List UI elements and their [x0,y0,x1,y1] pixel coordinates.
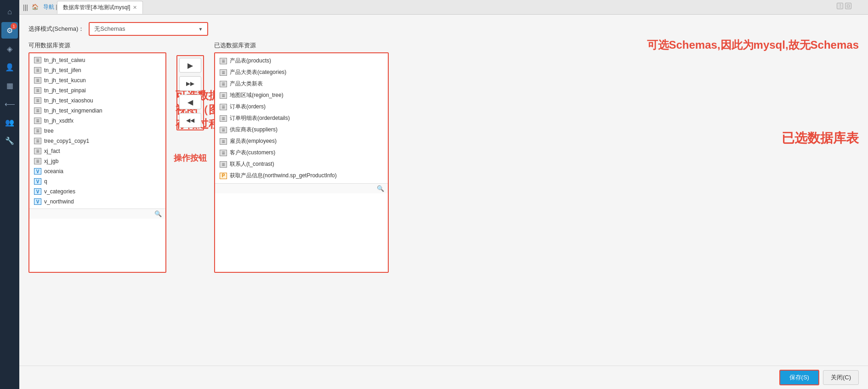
remove-one-button[interactable]: ◀ [179,95,201,109]
available-list-item[interactable]: ≡xj_fact [29,146,165,156]
list-item-label: tn_jh_test_jifen [44,67,81,73]
selected-list-item[interactable]: ≡地图区域(region_tree) [215,90,388,101]
selected-list-inner: ≡产品表(products)≡产品大类表(categories)≡产品大类新表≡… [215,53,388,183]
tab-db-management[interactable]: 数据库管理[本地测试mysql] ✕ [57,1,143,14]
sidebar: ⌂ ⚙ 1 ◈ 👤 ▦ ⟵ 👥 🔧 [0,0,19,389]
available-list-item[interactable]: ≡tn_jh_test_pinpai [29,85,165,96]
list-item-label: tn_jh_test_kucun [44,77,86,84]
available-search-icon: 🔍 [154,210,162,217]
list-item-label: xj_fact [44,148,60,154]
sidebar-icon-home[interactable]: ⌂ [1,4,18,20]
selected-panel-title: 已选数据库资源 [214,41,389,50]
list-item-label: tn_jh_test_xiaoshou [44,97,93,104]
sidebar-icon-arrow[interactable]: ⟵ [1,96,18,112]
list-item-label: 订单明细表(orderdetails) [230,114,290,122]
list-item-label: tree_copy1_copy1 [44,138,89,144]
selected-list-item[interactable]: ≡客户表(customers) [215,147,388,158]
available-list-item[interactable]: ≡tn_jh_xsdtfx [29,116,165,126]
selected-list-item[interactable]: ≡雇员表(employees) [215,135,388,147]
sidebar-icon-person[interactable]: 👤 [1,59,18,75]
available-list-item[interactable]: ≡tn_jh_test_xiaoshou [29,96,165,106]
list-item-label: tree [44,128,54,134]
list-item-label: xj_jgb [44,158,58,164]
tab-label: 数据库管理[本地测试mysql] [63,4,130,11]
available-panel-title: 可用数据库资源 [28,41,166,50]
schema-dropdown[interactable]: 无Schemas ▼ [89,22,208,36]
main-area: ||| 🏠 导航 | 数据库管理[本地测试mysql] ✕ ⋮ □ 可选Sche… [19,0,868,389]
panels-row: 可用数据库资源 ≡tn_jh_test_caiwu≡tn_jh_test_jif… [28,41,859,273]
available-list-item[interactable]: Vv_northwind [29,197,165,207]
selected-list-item[interactable]: ≡供应商表(suppliers) [215,124,388,135]
selected-list-item[interactable]: ≡产品大类新表 [215,78,388,90]
list-item-label: tn_jh_test_xingmendian [44,107,102,114]
list-item-label: tn_jh_test_pinpai [44,87,86,94]
sidebar-icon-chart[interactable]: ▦ [1,77,18,94]
list-item-label: 获取产品信息(northwind.sp_getProductInfo) [230,172,337,180]
available-search-bar: 🔍 [29,209,165,219]
annotation-right: 已选数据库表 [782,130,859,147]
schema-row: 选择模式(Schema)： 无Schemas ▼ [28,22,859,36]
selected-list-item[interactable]: P获取产品信息(northwind.sp_getProductInfo) [215,170,388,181]
selected-panel: 已选数据库资源 ≡产品表(products)≡产品大类表(categories)… [214,41,389,273]
add-one-button[interactable]: ▶ [179,58,201,73]
sidebar-icon-users[interactable]: 👥 [1,114,18,130]
cube-icon: ◈ [7,45,12,53]
list-item-label: v_northwind [44,198,74,205]
selected-list-box[interactable]: ≡产品表(products)≡产品大类表(categories)≡产品大类新表≡… [214,52,389,273]
schema-label: 选择模式(Schema)： [28,25,84,33]
list-item-label: oceania [44,168,63,175]
available-list-item[interactable]: ≡tn_jh_test_caiwu [29,55,165,65]
available-list-box[interactable]: ≡tn_jh_test_caiwu≡tn_jh_test_jifen≡tn_jh… [28,52,166,273]
available-list-item[interactable]: ≡tn_jh_test_jifen [29,65,165,75]
sidebar-icon-tools[interactable]: 🔧 [1,132,18,149]
selected-list-item[interactable]: ≡产品表(products) [215,55,388,67]
tab-close-button[interactable]: ✕ [133,5,137,11]
list-item-label: 地图区域(region_tree) [230,91,284,99]
users-icon: 👥 [5,118,14,127]
tab-nav-icons: ||| [23,4,28,11]
win-more-icon[interactable]: ⋮ [837,3,843,9]
available-list-item[interactable]: ≡tree [29,126,165,136]
win-restore-icon[interactable]: □ [845,3,851,9]
list-item-label: 供应商表(suppliers) [230,126,278,134]
available-list-item[interactable]: Vv_categories [29,186,165,197]
available-panel: 可用数据库资源 ≡tn_jh_test_caiwu≡tn_jh_test_jif… [28,41,166,273]
content-area: 可选Schemas,因此为mysql,故无Schemas 选择模式(Schema… [19,15,868,366]
list-item-label: 联系人(t_contrast) [230,160,274,168]
selected-list-item[interactable]: ≡订单表(orders) [215,101,388,113]
list-item-label: tn_jh_xsdtfx [44,118,74,124]
chart-icon: ▦ [6,81,13,90]
close-button[interactable]: 关闭(C) [823,370,859,385]
sidebar-icon-settings[interactable]: ⚙ 1 [1,22,18,39]
available-list-item[interactable]: Vq [29,176,165,186]
available-list-item[interactable]: ≡tn_jh_test_kucun [29,75,165,85]
available-search-input[interactable] [33,211,153,217]
add-all-button[interactable]: ▶▶ [179,76,201,91]
list-item-label: 产品大类新表 [230,80,263,88]
list-item-label: v_categories [44,188,75,195]
tabbar: ||| 🏠 导航 | 数据库管理[本地测试mysql] ✕ ⋮ □ [19,0,868,15]
available-list-item[interactable]: ≡tn_jh_test_xingmendian [29,106,165,116]
selected-list-item[interactable]: ≡联系人(t_contrast) [215,158,388,170]
list-item-label: 产品大类表(categories) [230,68,286,76]
settings-badge: 1 [11,23,17,29]
breadcrumb-nav-link[interactable]: 导航 [43,4,54,10]
available-list-inner: ≡tn_jh_test_caiwu≡tn_jh_test_jifen≡tn_jh… [29,53,165,209]
selected-search-input[interactable] [219,186,375,192]
available-list-item[interactable]: ≡tree_copy1_copy1 [29,136,165,146]
list-item-label: 客户表(customers) [230,149,275,157]
sidebar-icon-cube[interactable]: ◈ [1,40,18,57]
footer: 保存(S) 关闭(C) [19,366,868,389]
person-icon: 👤 [5,63,14,72]
save-button[interactable]: 保存(S) [779,370,819,385]
arrow-icon: ⟵ [5,100,15,108]
window-controls: ⋮ □ [837,3,851,9]
selected-search-bar: 🔍 [215,183,388,193]
available-list-item[interactable]: ≡xj_jgb [29,156,165,166]
selected-list-item[interactable]: ≡产品大类表(categories) [215,67,388,78]
available-list-item[interactable]: Voceania [29,166,165,176]
op-btns-annotation: 操作按钮 [174,152,207,163]
selected-list-item[interactable]: ≡订单明细表(orderdetails) [215,113,388,124]
remove-all-button[interactable]: ◀◀ [179,113,201,128]
schema-value: 无Schemas [94,25,125,33]
